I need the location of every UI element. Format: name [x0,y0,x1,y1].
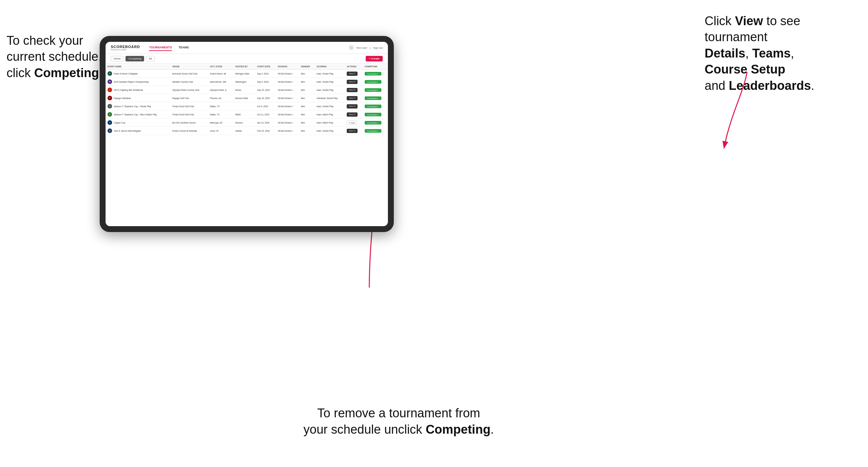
event-name-text: Copper Cup [114,122,125,124]
user-name: Test User [356,46,367,49]
event-name-text: Jackson T. Stephens Cup – Stroke Play [114,105,151,107]
cell-actions: View ⓘ [345,127,363,135]
cell-city: Lihue, HI [208,127,233,135]
team-logo: I [107,88,112,92]
cell-city: Olympia Fields, IL [208,86,233,94]
competing-button[interactable]: Competing ✓ [365,88,382,92]
competing-button[interactable]: Competing ✓ [365,96,382,100]
table-row: I OFCC Fighting Illini Invitational Olym… [105,86,388,94]
event-name-text: 2023 Sahalee Players Championship [114,81,149,83]
cell-division: NCAA Division I [276,70,299,78]
view-button[interactable]: View ⓘ [347,129,358,133]
event-name-text: Folds of Honor Collegiate [114,72,137,75]
nav-right: Test User | Sign out [349,45,383,50]
view-button[interactable]: View ⓘ [347,96,358,100]
cell-scoring: team, Stroke Play [315,78,345,86]
cell-scoring: team, Stroke Play [315,102,345,111]
cell-date: Sep 4, 2023 [255,70,276,78]
nav-divider: | [370,46,371,49]
cell-competing: Competing ✓ [363,86,388,94]
tablet-frame: SCOREBOARD Powered by clippi TOURNAMENTS… [100,36,394,232]
cell-event-name: J Jackson T. Stephens Cup – Men's Match … [105,111,170,119]
competing-button[interactable]: Competing ✓ [365,80,382,84]
col-venue: VENUE [170,64,208,70]
view-button[interactable]: View ⓘ [347,80,358,84]
col-gender: GENDER [299,64,315,70]
edit-button[interactable]: ✏ Edit [347,121,357,125]
cell-division: NCAA Division I [276,119,299,127]
team-logo: A [107,120,112,125]
competing-button[interactable]: Competing ✓ [365,104,382,108]
cell-date: Feb 15, 2024 [255,127,276,135]
view-button[interactable]: View ⓘ [347,71,358,76]
cell-division: NCAA Division I [276,94,299,102]
table-row: W 2023 Sahalee Players Championship Saha… [105,78,388,86]
cell-actions: View ⓘ [345,102,363,111]
create-button[interactable]: + Create [366,56,383,61]
cell-venue: American Dunes Golf Club [170,70,208,78]
competing-filter-button[interactable]: Competing [125,56,144,61]
cell-event-name: F Folds of Honor Collegiate [105,70,170,78]
competing-button[interactable]: Competing ✓ [365,72,382,75]
cell-gender: Men [299,70,315,78]
team-logo: J [107,112,112,117]
sign-out-link[interactable]: Sign out [373,46,383,49]
cell-event-name: H John A. Burns Intercollegiate [105,127,170,135]
cell-hosted: Hawaii [233,127,255,135]
cell-division: NCAA Division I [276,102,299,111]
cell-scoring: team, Match Play [315,111,345,119]
cell-city: Phoenix, AZ [208,94,233,102]
event-name-text: John A. Burns Intercollegiate [114,130,141,132]
cell-hosted: Michigan State [233,70,255,78]
home-filter-button[interactable]: Home [111,56,124,61]
col-actions: ACTIONS [345,64,363,70]
table-row: H John A. Burns Intercollegiate Ocean Co… [105,127,388,135]
competing-button[interactable]: Competing ✓ [365,113,382,116]
cell-venue: Papago Golf Club [170,94,208,102]
cell-competing: Competing ✓ [363,70,388,78]
view-button[interactable]: View ⓘ [347,104,358,108]
cell-date: Sep 9, 2023 [255,78,276,86]
cell-hosted: ABAC [233,111,255,119]
view-button[interactable]: View ⓘ [347,88,358,92]
cell-actions: View ⓘ [345,111,363,119]
cell-venue: Olympia Fields Country Club [170,86,208,94]
cell-competing: Competing ✓ [363,102,388,111]
team-logo: J [107,104,112,108]
nav-tournaments[interactable]: TOURNAMENTS [149,44,172,51]
view-button[interactable]: View ⓘ [347,113,358,117]
cell-scoring: team, Stroke Play [315,127,345,135]
table-row: A Copper Cup Ak-Chin Southern DunesMaric… [105,119,388,127]
cell-venue: Trinity Forest Golf Club [170,111,208,119]
cell-city: Grand Haven, MI [208,70,233,78]
cell-event-name: W 2023 Sahalee Players Championship [105,78,170,86]
cell-competing: Competing ✓ [363,94,388,102]
logo-subtitle: Powered by clippi [111,49,140,51]
cell-scoring: team, Match Play [315,119,345,127]
cell-actions: View ⓘ [345,70,363,78]
cell-actions: View ⓘ [345,94,363,102]
col-division: DIVISION [276,64,299,70]
nav-bar: SCOREBOARD Powered by clippi TOURNAMENTS… [105,42,388,54]
cell-hosted [233,102,255,111]
cell-scoring: individual, Stroke Play [315,94,345,102]
all-filter-button[interactable]: All [146,56,155,61]
cell-actions: View ⓘ [345,78,363,86]
tablet-screen: SCOREBOARD Powered by clippi TOURNAMENTS… [105,42,388,226]
nav-teams[interactable]: TEAMS [179,44,189,51]
col-hosted-by: HOSTED BY [233,64,255,70]
user-icon [349,45,353,50]
competing-button[interactable]: Competing ✓ [365,121,382,125]
event-name-text: Papago Individual [114,97,131,99]
col-competing: COMPETING [363,64,388,70]
cell-event-name: I OFCC Fighting Illini Invitational [105,86,170,94]
table-row: P Papago Individual Papago Golf ClubPhoe… [105,94,388,102]
competing-button[interactable]: Competing ✓ [365,129,382,133]
cell-date: Sep 18, 2023 [255,94,276,102]
team-logo: F [107,71,112,76]
logo-title: SCOREBOARD [111,45,140,49]
cell-venue: Sahalee Country Club [170,78,208,86]
cell-event-name: J Jackson T. Stephens Cup – Stroke Play [105,102,170,111]
cell-division: NCAA Division I [276,86,299,94]
cell-actions: View ⓘ [345,86,363,94]
